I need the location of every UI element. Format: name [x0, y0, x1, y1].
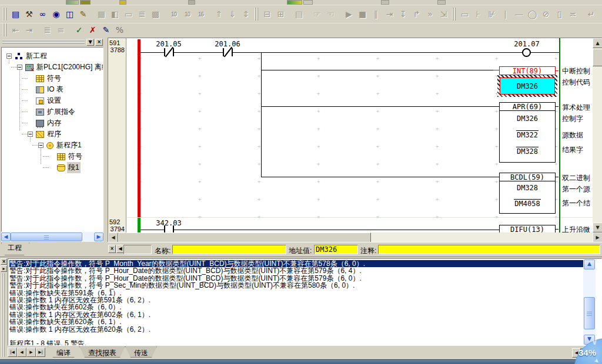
toolbar-row-clipped: [0, 0, 602, 5]
instruction-block-int[interactable]: INT(89): [499, 66, 556, 75]
find-replace-icon[interactable]: ◉: [49, 8, 63, 21]
rung-ok-bar: [138, 218, 141, 232]
closed-contact-symbol[interactable]: [164, 48, 174, 56]
tree-item-symbols[interactable]: 符号: [36, 73, 62, 83]
scrollbar-thumb[interactable]: [118, 232, 371, 242]
tree-expander-minus-icon[interactable]: [38, 143, 44, 148]
output-close-button[interactable]: ×: [1, 258, 7, 265]
coil-symbol[interactable]: [522, 48, 531, 57]
output-tab-查找报表[interactable]: 查找报表: [79, 346, 125, 358]
contact-label[interactable]: 201.06: [209, 40, 246, 48]
last-page-icon[interactable]: ▶|: [36, 348, 45, 357]
name-field[interactable]: [172, 245, 286, 254]
scrollbar-thumb[interactable]: [584, 297, 595, 329]
new-project-icon[interactable]: ▤: [9, 8, 22, 21]
sidebar-horizontal-scrollbar[interactable]: ◀ ▶: [1, 232, 103, 242]
comment-field[interactable]: [378, 245, 600, 254]
first-page-icon[interactable]: |◀: [8, 348, 17, 357]
instruction-block-apr[interactable]: APR(69) DM326 DM322 DM328: [499, 102, 556, 163]
tree-item-label: 新PLC1[C200HG] 离线: [35, 62, 103, 73]
tree-expander-minus-icon[interactable]: [17, 65, 22, 70]
project-icon: [15, 53, 23, 60]
output-line[interactable]: 错误:操作数缺失在第602条（6, 0）.: [9, 304, 583, 311]
workspace: ▼ × 新工程新PLC1[C200HG] 离线符号IO 表设置扩展指令内存程序新…: [0, 36, 602, 257]
operand-comment: 第一个结: [562, 198, 593, 208]
instruction-block-difu[interactable]: DIFU(13): [499, 225, 556, 233]
rung-error-bar: [138, 39, 141, 217]
scroll-down-icon[interactable]: ▼: [593, 223, 602, 232]
tree-item-section1[interactable]: 段1: [57, 163, 81, 173]
next-page-icon[interactable]: ▶: [26, 348, 36, 357]
watch-window-icon[interactable]: ∞: [36, 8, 49, 21]
sidebar-close-button[interactable]: ×: [95, 39, 103, 46]
monitor-diff-up-icon[interactable]: ✓: [72, 23, 86, 36]
operand[interactable]: DM326: [500, 114, 555, 123]
output-line[interactable]: 警告:对于此指令操作数，符号 P_Sec_Min的数据类型(UINT_BCD)与…: [9, 282, 583, 289]
scroll-right-icon[interactable]: ▶: [94, 232, 103, 241]
compile-messages[interactable]: 警告:对于此指令操作数，符号 P_Month_Year的数据类型(UINT_BC…: [8, 259, 583, 345]
jump-address-icon: ⇕: [239, 8, 253, 21]
grid-mark: +: [376, 126, 379, 132]
set-value-icon[interactable]: ✎: [99, 23, 113, 36]
tree-item-project[interactable]: 新工程: [15, 51, 48, 61]
closed-contact-symbol[interactable]: [223, 48, 233, 56]
scroll-left-icon[interactable]: ◀: [1, 232, 11, 241]
toolbar-separator: [90, 8, 95, 21]
tree-item-settings[interactable]: 设置: [36, 96, 62, 106]
address-field[interactable]: DM326: [314, 245, 358, 254]
output-line[interactable]: [9, 333, 583, 340]
ladder-diagram[interactable]: ++++++++++++++++++++++++++++++++++++++++…: [108, 38, 602, 242]
output-line[interactable]: 警告:对于此指令操作数，符号 P_Hour_Date的数据类型(UINT_BCD…: [9, 267, 583, 274]
tree-expander-minus-icon[interactable]: [28, 132, 33, 137]
tree-expander-minus-icon[interactable]: [6, 53, 12, 59]
scrollbar-thumb[interactable]: [593, 49, 602, 66]
monitor-diff-down-icon[interactable]: ✗: [86, 23, 99, 36]
tree-item-program1-symbols[interactable]: 符号: [57, 151, 83, 161]
operand[interactable]: DM322: [500, 130, 555, 139]
scroll-right-icon[interactable]: ▶: [593, 232, 602, 242]
contact-label[interactable]: 201.05: [150, 40, 187, 48]
output-line[interactable]: 错误:操作数缺失在第620条（6, 1）.: [9, 318, 583, 325]
output-tab-编译[interactable]: 编译: [48, 346, 79, 358]
instruction-title: BCDL(59): [500, 173, 555, 181]
output-vertical-scrollbar[interactable]: ▲ ▼: [583, 259, 596, 345]
ladder-horizontal-scrollbar[interactable]: ◀ ▶: [108, 232, 602, 242]
output-tab-传送[interactable]: 传送: [125, 346, 157, 358]
scrollbar-thumb[interactable]: [11, 232, 82, 241]
scroll-up-icon[interactable]: ▲: [593, 38, 602, 48]
tree-item-programs[interactable]: 程序: [36, 129, 62, 139]
ladder-vertical-scrollbar[interactable]: ▲ ▼: [593, 38, 602, 232]
percent-monitor-icon[interactable]: %: [113, 23, 126, 36]
operand[interactable]: DM4058: [500, 199, 555, 208]
tab-project[interactable]: 工程: [1, 242, 29, 255]
output-line[interactable]: 新程序1 - 8 错误, 5 警告.: [9, 340, 583, 345]
branch-wire: [261, 70, 493, 70]
symbol-bar-close-button[interactable]: ×: [108, 245, 116, 253]
properties-icon[interactable]: ✎: [76, 8, 90, 21]
output-line[interactable]: 错误:操作数 1 内存区无效在第620条（6, 2）.: [9, 326, 583, 333]
window-icon[interactable]: ◫: [63, 8, 76, 21]
output-expand-button[interactable]: ▸: [1, 265, 7, 272]
prev-page-icon[interactable]: ◀: [17, 348, 26, 357]
scroll-up-icon[interactable]: ▲: [584, 259, 595, 269]
operand[interactable]: DM328: [500, 147, 555, 156]
operand[interactable]: DM328: [500, 184, 555, 192]
tree-item-io-table[interactable]: IO 表: [36, 85, 65, 95]
tree-item-program1[interactable]: 新程序1: [46, 140, 83, 150]
address-label: 地址值:: [289, 246, 312, 256]
coil-label[interactable]: 201.07: [509, 40, 545, 48]
step-run-icon: ⇥: [383, 8, 396, 21]
sidebar-grip[interactable]: ▼ ×: [0, 38, 105, 47]
sidebar-dropdown-button[interactable]: ▼: [86, 39, 94, 46]
output-dock-handle[interactable]: × ▸: [0, 257, 8, 359]
tree-item-expansion-instructions[interactable]: 扩展指令: [36, 107, 76, 117]
instruction-block-bcdl[interactable]: BCDL(59) DM328 DM4058: [499, 173, 556, 214]
local-window-icon: ◧: [108, 8, 122, 21]
scroll-left-icon[interactable]: ◀: [108, 232, 118, 242]
compile-program-icon[interactable]: ⚒: [22, 8, 36, 21]
tree-item-plc[interactable]: 新PLC1[C200HG] 离线: [25, 62, 103, 72]
tree-item-memory[interactable]: 内存: [36, 118, 62, 128]
grid-mark: +: [257, 143, 260, 149]
selected-operand[interactable]: DM326: [500, 77, 555, 95]
symbol-combo[interactable]: [123, 245, 152, 254]
